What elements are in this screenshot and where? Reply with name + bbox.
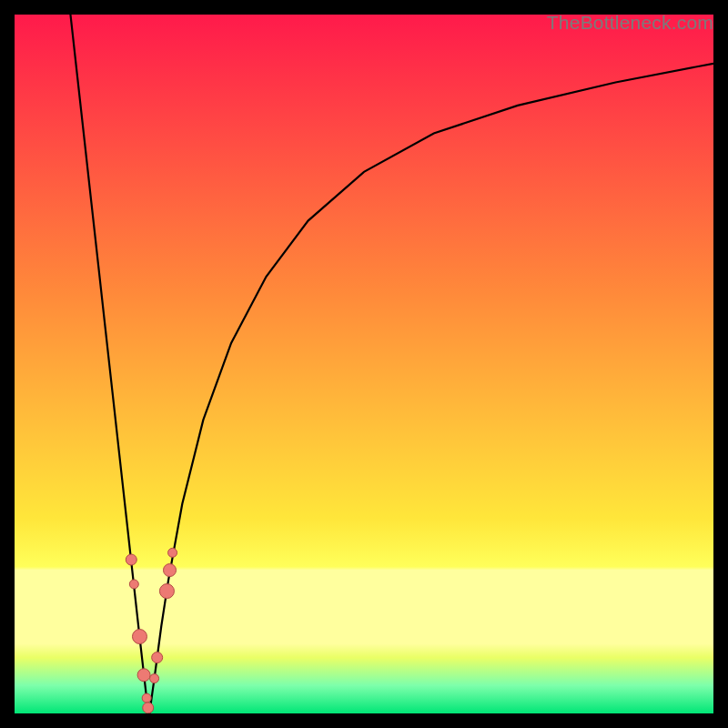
marker-dot — [132, 630, 147, 644]
marker-dot — [152, 652, 163, 663]
gradient-bg — [15, 15, 713, 713]
marker-dot — [159, 584, 174, 599]
marker-dot — [142, 693, 151, 703]
marker-dot — [143, 703, 154, 713]
bottleneck-chart — [15, 15, 713, 713]
marker-dot — [168, 548, 177, 557]
marker-dot — [137, 669, 150, 682]
marker-dot — [126, 554, 136, 565]
marker-dot — [164, 564, 177, 577]
marker-dot — [150, 674, 159, 683]
marker-dot — [129, 580, 138, 589]
chart-frame: TheBottleneck.com — [15, 15, 713, 713]
watermark-text: TheBottleneck.com — [547, 12, 713, 34]
